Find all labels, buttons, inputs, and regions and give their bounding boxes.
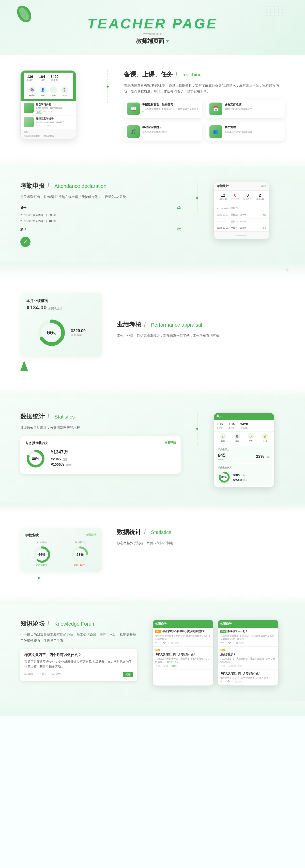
perf-total: ¥320.00 全月金额 <box>71 329 86 337</box>
teaching-connector <box>107 70 109 103</box>
svg-point-14 <box>274 12 275 13</box>
svg-point-18 <box>270 15 271 16</box>
svg-point-15 <box>278 12 279 13</box>
phone-list-item-1: 重点学习内容 教案分类整理，轻松管理课程 备课 2020-02-22 <box>21 101 76 116</box>
phone-screen: 重点学习内容 教案分类整理，轻松管理课程 备课 2020-02-22 教程宝宝学… <box>21 101 76 139</box>
svg-point-16 <box>282 12 283 13</box>
forum-phone-1-header: 知识论坛 <box>153 620 213 628</box>
svg-point-6 <box>282 6 283 7</box>
page-footer <box>0 701 305 716</box>
section-separator-5 <box>0 594 305 604</box>
forum-article-meta: 56 浏览 32 评论 02 分钟 阅读 <box>24 672 133 677</box>
svg-point-11 <box>282 9 283 10</box>
att-phone-stat: 12 出勤天数 0 迟到天数 0 缺勤天数 2 请假天数 <box>214 191 269 203</box>
forum-section: 知识论坛 / Knowledge Forum 企业最大的财富是员工和沉淀的经验，… <box>0 604 305 701</box>
mini-values: ¥2345 已用 ¥1005万 剩余 <box>232 472 247 482</box>
stats2-card-header: 学校业绩 查看详情 <box>25 533 96 537</box>
forum-phone-2: 知识论坛 回答 数学练习—一起！ 在线快速查看教案/备课/上课，通过大数据分析，… <box>218 620 279 686</box>
perf-card-amount: ¥134.00 未完成业绩 <box>26 304 95 311</box>
spi-1: 📊数据 <box>220 433 226 443</box>
subtitle-row: 教师端页面 ♥ <box>0 37 305 45</box>
stats2-connector <box>20 577 102 579</box>
stats-phone-card-inner-1: 645 +1234↑ 23% 占比 <box>218 453 270 460</box>
performance-description: 工作、业绩、目标完成率统计，工作情况一目了然，工作考核有据可依。 <box>117 333 285 339</box>
forum-phones-area: 知识论坛 热门 毕业求职5-6年 帮助小孩认识课程教育 学音乐英语小孩子-5岁到… <box>152 620 285 686</box>
attendance-title: 考勤申报 / Attendance declaration <box>20 182 181 190</box>
svg-point-12 <box>266 12 268 13</box>
stats-donut-sm: 80% <box>25 448 46 469</box>
teaching-card-img-4: 👥 <box>210 125 222 138</box>
perf-donut-chart: 66% <box>36 317 67 348</box>
plus-decoration <box>285 267 290 272</box>
performance-card: 本月业绩概况 ¥134.00 未完成业绩 66% ¥320.0 <box>20 292 102 356</box>
att-stat-1: 12 出勤天数 <box>219 193 227 200</box>
read-btn[interactable]: 阅读 <box>123 672 133 677</box>
attendance-record-1: 2020-02-23（星期三）09:00 <box>20 212 181 218</box>
section-separator-3 <box>0 387 305 397</box>
statistics-phone-mockup: 今天 136 备课数 104 上课数 3420 学生数 📊数据 <box>214 412 275 487</box>
att-date-header: 2020-02-20（星期四） <box>214 205 269 212</box>
svg-point-10 <box>278 9 279 10</box>
statistics-phone-area: 今天 136 备课数 104 上课数 3420 学生数 📊数据 <box>214 412 285 487</box>
phone-list-item-2: 教程宝宝学拼音 幼儿语文专业化教程，课程指导 2020-02-22 18:00 <box>21 116 76 129</box>
teaching-card-img-1: 📖 <box>127 102 140 115</box>
forum-post-4: 问题 怎么学数学？ 我在网上学习了大数据分析，通过深度挖掘，实时了解学员情况 👁… <box>218 647 278 670</box>
attendance-section: 考勤申报 / Attendance declaration 定位考勤打卡，补卡/… <box>0 166 305 262</box>
stats2-item-2: 客流情况 23% 近比+434%↑ <box>71 540 89 567</box>
perf-total-area: ¥320.00 全月金额 <box>71 329 86 337</box>
performance-section: 本月业绩概况 ¥134.00 未完成业绩 66% ¥320.0 <box>0 277 305 387</box>
statistics-description: 业绩绩效自动统计，收支情况图表显示程 <box>20 425 181 430</box>
svg-point-9 <box>274 9 275 10</box>
green-triangle-decoration <box>20 361 102 372</box>
att-phone-header: 考勤统计 详情 <box>214 182 269 191</box>
teaching-card-content-3: 教程宝宝学拼音 幼儿语文专业化教程指导 <box>142 125 167 133</box>
phone-icon-task: ✓ 任务 <box>50 86 57 97</box>
performance-title: 业绩考核 / Performance appraisal <box>117 320 285 329</box>
teaching-phone-area: 136 备课数 104 上课数 3420 学生数 📚 备课箱 <box>20 70 91 139</box>
svg-point-13 <box>270 12 271 13</box>
perf-chart-container: 66% ¥320.00 全月金额 <box>26 315 95 350</box>
teaching-card-3: 🎵 教程宝宝学拼音 幼儿语文专业化教程指导 <box>124 122 202 141</box>
spi-4: 💰业绩 <box>262 433 268 443</box>
attendance-content: 考勤申报 / Attendance declaration 定位考勤打卡，补卡/… <box>20 182 181 247</box>
phone-stat-1: 136 备课数 <box>27 74 33 82</box>
attendance-check-btn[interactable]: ✓ <box>20 237 181 247</box>
section-separator-2 <box>0 262 305 277</box>
stats-inner: 80% ¥1347万 ¥2345 已用 ¥1005万 剩余 <box>25 448 176 469</box>
phone-icon-attendance: 👤 考勤 <box>39 86 47 97</box>
phone-header: 136 备课数 104 上课数 3420 学生数 📚 备课箱 <box>21 70 76 101</box>
stats-value-2: ¥1005万 剩余 <box>51 462 176 467</box>
perf-card-title: 本月业绩概况 <box>26 299 95 303</box>
svg-point-17 <box>266 15 268 16</box>
performance-content: 业绩考核 / Performance appraisal 工作、业绩、目标完成率… <box>117 320 285 344</box>
attendance-group-title-1: 鼓卡 2次 <box>20 206 181 210</box>
svg-point-4 <box>274 6 275 7</box>
teaching-card-2: 📅 课程安排总揽 课程时间安排清晰直观显示 <box>206 99 285 118</box>
att-stat-3: 0 缺勤天数 <box>244 193 252 200</box>
attendance-phone-mockup: 考勤统计 详情 12 出勤天数 0 迟到天数 0 缺勤天数 2 请假天 <box>214 182 270 239</box>
stats-phone-card-inner-2: 80% ¥2345 已用 ¥1005万 剩余 <box>218 471 270 484</box>
attendance-description: 定位考勤打卡，补卡/请假/报销在线申请「无接触考勤」，轻量化OA系统。 <box>20 194 181 200</box>
teaching-card-4: 👥 学员管理 实时跟踪学员学习进度情况 <box>206 122 285 141</box>
svg-point-3 <box>270 6 271 7</box>
forum-post-5: 考英文复习三、四个月可以做什么？ 我是商务英语专业，在大学时代参与了很多比赛 👁… <box>218 670 278 686</box>
teaching-card-img-2: 📅 <box>210 102 222 115</box>
forum-article-desc: 我简历是商务英语专业，专业成绩很好大学英语四/六级满分，在大学时代参与了很多比赛… <box>24 659 133 669</box>
statistics-section: 数据统计 / Statistics 业绩绩效自动统计，收支情况图表显示程 财务报… <box>0 397 305 502</box>
teaching-card-content-4: 学员管理 实时跟踪学员学习进度情况 <box>225 125 252 133</box>
svg-point-19 <box>274 15 275 16</box>
forum-post-2: 问题 考英文复习三、四个月可以做什么？ 我简历是商务英语专业，专业成绩很好大学英… <box>153 647 213 670</box>
statistics2-card: 学校业绩 查看详情 本月业绩 66% 近比+2 <box>20 528 102 572</box>
stats-phone-card-1: 学员报课力 645 +1234↑ 23% 占比 <box>216 446 272 462</box>
forum-article-title: 考英文复习三、四个月可以做什么？ <box>24 653 133 657</box>
statistics-card: 财务报销执行力 查看详情 80% ¥1347万 ¥2345 已用 <box>20 436 181 474</box>
att-phone-footer <box>214 231 269 239</box>
svg-point-8 <box>270 9 271 10</box>
performance-card-area: 本月业绩概况 ¥134.00 未完成业绩 66% ¥320.0 <box>20 292 102 372</box>
phone-icon-help: ❓ 帮助 <box>61 86 68 97</box>
spi-2: 📚备课 <box>234 433 240 443</box>
svg-point-21 <box>282 15 283 16</box>
subtitle-text: 教师端页面 <box>136 37 164 45</box>
leaf-decoration-top-left <box>15 5 33 23</box>
teaching-card-img-3: 🎵 <box>127 125 140 138</box>
